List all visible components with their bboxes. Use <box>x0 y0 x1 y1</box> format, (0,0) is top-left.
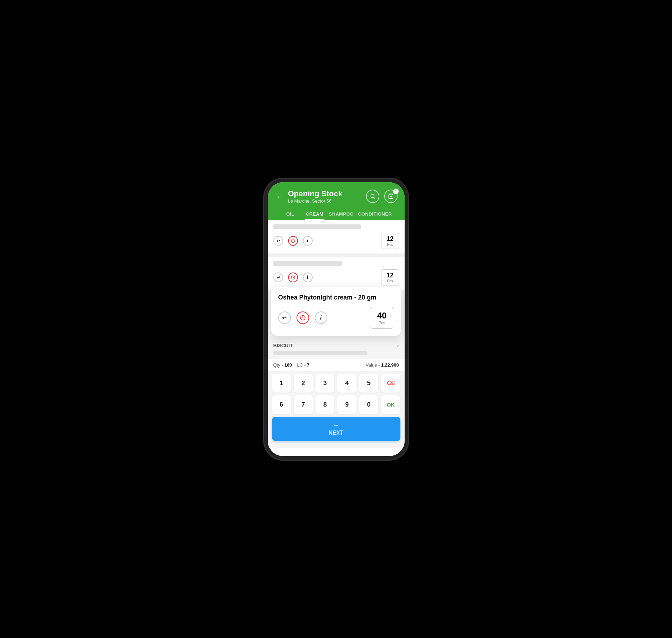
num-1[interactable]: 1 <box>272 374 291 393</box>
num-0[interactable]: 0 <box>359 395 378 414</box>
value-stat: Value - 1,22,900 <box>366 362 399 368</box>
highlight-undo-icon[interactable]: ↩ <box>278 311 291 324</box>
num-5[interactable]: 5 <box>359 374 378 393</box>
tab-oil[interactable]: OIL <box>278 208 302 220</box>
qty-unit-1: Pcs <box>386 243 393 246</box>
clock-icon-2[interactable] <box>288 272 298 282</box>
num-3[interactable]: 3 <box>315 374 334 393</box>
tab-cream[interactable]: CREAM <box>302 208 327 220</box>
highlight-qty-value: 40 <box>377 311 387 321</box>
info-icon-1[interactable]: i <box>303 236 313 246</box>
ok-button[interactable]: OK <box>381 395 400 414</box>
highlighted-product-name: Oshea Phytonight cream - 20 gm <box>278 294 394 301</box>
qty-stat: Qty - 160 LC - 7 <box>273 362 310 368</box>
tab-bar: OIL CREAM SHAMPOO CONDITIONER <box>275 208 398 220</box>
back-button[interactable]: ← <box>275 191 285 202</box>
next-button[interactable]: → NEXT <box>272 417 400 441</box>
biscuit-bar-placeholder <box>273 351 368 355</box>
page-title: Opening Stock <box>288 189 366 198</box>
cart-badge: 4 <box>393 189 399 194</box>
page-subtitle: Le Marche, Sector 56 <box>288 198 366 204</box>
svg-line-1 <box>374 197 375 199</box>
biscuit-text: BISCUIT <box>273 343 293 348</box>
num-6[interactable]: 6 <box>272 395 291 414</box>
header-icons: 4 <box>366 190 398 203</box>
num-9[interactable]: 9 <box>337 395 356 414</box>
biscuit-section: BISCUIT › <box>268 339 405 359</box>
product-row-1: ↩ i 12 Pcs <box>268 220 405 253</box>
action-icons-2: ↩ i <box>273 272 313 282</box>
tab-conditioner[interactable]: CONDITIONER <box>356 208 394 220</box>
highlight-qty-box[interactable]: 40 Pcs <box>370 307 394 329</box>
tab-shampoo[interactable]: SHAMPOO <box>327 208 356 220</box>
qty-value-2: 12 <box>386 272 393 279</box>
footer-stats: Qty - 160 LC - 7 Value - 1,22,900 <box>268 359 405 371</box>
numpad-grid: 1 2 3 4 5 ⌫ 6 7 8 9 0 OK <box>272 374 400 414</box>
info-icon-2[interactable]: i <box>303 272 313 282</box>
separator-1 <box>268 254 405 257</box>
clock-icon-1[interactable] <box>288 236 298 246</box>
svg-point-0 <box>371 195 374 198</box>
num-8[interactable]: 8 <box>315 395 334 414</box>
num-7[interactable]: 7 <box>294 395 313 414</box>
highlight-qty-unit: Pcs <box>377 321 387 325</box>
qty-value-1: 12 <box>386 235 393 243</box>
header-title-block: Opening Stock Le Marche, Sector 56 <box>288 189 366 204</box>
product-name-placeholder-2 <box>273 261 342 266</box>
qty-unit-2: Pcs <box>386 279 393 283</box>
next-label: NEXT <box>328 430 344 436</box>
qty-box-1[interactable]: 12 Pcs <box>381 233 399 249</box>
delete-button[interactable]: ⌫ <box>381 374 400 393</box>
action-icons-1: ↩ i <box>273 236 313 246</box>
highlight-action-icons: ↩ i <box>278 311 327 324</box>
undo-icon-2[interactable]: ↩ <box>273 272 283 282</box>
product-name-placeholder-1 <box>273 224 361 229</box>
cart-icon-button[interactable]: 4 <box>384 190 398 203</box>
content-area: ↩ i 12 Pcs <box>268 220 405 448</box>
num-2[interactable]: 2 <box>294 374 313 393</box>
num-4[interactable]: 4 <box>337 374 356 393</box>
highlight-clock-icon[interactable] <box>297 311 309 324</box>
phone-frame: ← Opening Stock Le Marche, Sector 56 <box>268 182 405 456</box>
header: ← Opening Stock Le Marche, Sector 56 <box>268 182 405 220</box>
highlight-info-icon[interactable]: i <box>315 311 327 324</box>
biscuit-chevron: › <box>397 343 399 348</box>
numpad: 1 2 3 4 5 ⌫ 6 7 8 9 0 OK → <box>268 371 405 448</box>
next-arrow: → <box>333 422 339 429</box>
biscuit-label[interactable]: BISCUIT › <box>273 343 399 348</box>
undo-icon-1[interactable]: ↩ <box>273 236 283 246</box>
qty-box-2[interactable]: 12 Pcs <box>381 269 399 285</box>
highlighted-product-card: Oshea Phytonight cream - 20 gm ↩ i <box>271 287 401 336</box>
search-icon-button[interactable] <box>366 190 379 203</box>
product-row-2: ↩ i 12 Pcs <box>268 257 405 290</box>
